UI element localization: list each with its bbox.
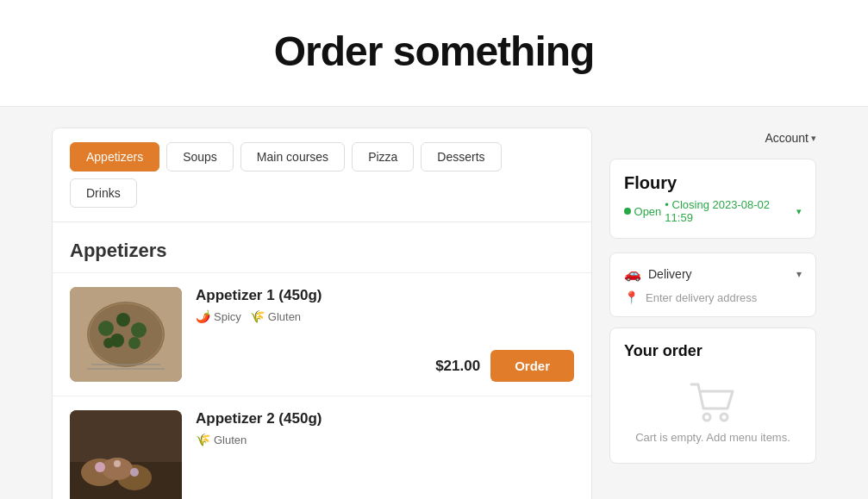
account-button[interactable]: Account ▾ — [609, 128, 816, 148]
spicy-icon: 🌶️ — [196, 309, 210, 323]
cart-empty-text: Cart is empty. Add menu items. — [635, 431, 790, 444]
price-order-row-1: $21.00 Order — [196, 350, 574, 382]
menu-item-2-details: Appetizer 2 (450g) 🌾 Gluten — [196, 410, 574, 499]
closing-time: • Closing 2023-08-02 11:59 — [665, 198, 793, 224]
tab-soups[interactable]: Soups — [166, 142, 234, 172]
svg-point-7 — [103, 338, 114, 348]
food-svg-2 — [70, 410, 182, 499]
menu-item-1-details: Appetizer 1 (450g) 🌶️ Spicy 🌾 Gluten $21… — [196, 287, 574, 382]
car-icon: 🚗 — [624, 265, 641, 282]
tag-gluten-2-label: Gluten — [214, 434, 247, 446]
side-panel: Account ▾ Floury Open • Closing 2023-08-… — [609, 128, 816, 499]
gluten-icon-1: 🌾 — [250, 309, 265, 323]
order-card: Your order Cart is empty. Add menu items… — [609, 327, 816, 464]
tag-gluten-1: 🌾 Gluten — [250, 309, 301, 323]
svg-point-19 — [703, 414, 710, 421]
restaurant-card: Floury Open • Closing 2023-08-02 11:59 ▾ — [609, 159, 816, 239]
tag-spicy: 🌶️ Spicy — [196, 309, 241, 323]
menu-item-1-tags: 🌶️ Spicy 🌾 Gluten — [196, 309, 574, 323]
tag-gluten-1-label: Gluten — [268, 310, 301, 323]
gluten-icon-2: 🌾 — [196, 433, 210, 446]
address-placeholder: Enter delivery address — [646, 291, 757, 304]
order-button-1[interactable]: Order — [490, 350, 574, 382]
tag-gluten-2: 🌾 Gluten — [196, 433, 247, 446]
svg-point-20 — [721, 414, 727, 421]
account-label: Account — [765, 131, 809, 145]
restaurant-name: Floury — [624, 173, 802, 193]
category-tabs: Appetizers Soups Main courses Pizza Dess… — [53, 128, 591, 222]
open-label: Open — [634, 205, 662, 218]
food-svg-1 — [70, 287, 182, 382]
page-title: Order something — [17, 28, 851, 75]
tab-main-courses[interactable]: Main courses — [240, 142, 345, 172]
menu-item-2: Appetizer 2 (450g) 🌾 Gluten — [53, 396, 591, 499]
svg-point-3 — [116, 313, 130, 327]
menu-item-1-image — [70, 287, 182, 382]
tab-drinks[interactable]: Drinks — [70, 178, 137, 208]
menu-item-2-tags: 🌾 Gluten — [196, 433, 574, 446]
menu-panel: Appetizers Soups Main courses Pizza Dess… — [52, 128, 592, 499]
page-header: Order something — [0, 0, 868, 107]
delivery-label: Delivery — [648, 267, 790, 281]
item-1-price: $21.00 — [435, 358, 480, 375]
cart-icon — [690, 383, 736, 422]
delivery-card: 🚗 Delivery ▾ 📍 Enter delivery address — [609, 253, 816, 317]
open-status: Open • Closing 2023-08-02 11:59 ▾ — [624, 198, 802, 224]
delivery-chevron-icon: ▾ — [796, 268, 802, 280]
order-title: Your order — [624, 342, 802, 360]
location-icon: 📍 — [624, 290, 639, 304]
delivery-row: 🚗 Delivery ▾ — [624, 265, 802, 282]
food-photo-2 — [70, 410, 182, 499]
menu-item-2-name: Appetizer 2 (450g) — [196, 410, 574, 427]
svg-point-4 — [131, 322, 147, 338]
main-layout: Appetizers Soups Main courses Pizza Dess… — [0, 107, 868, 499]
tab-desserts[interactable]: Desserts — [421, 142, 501, 172]
svg-point-6 — [128, 337, 141, 349]
open-dot-icon — [624, 208, 631, 215]
svg-point-2 — [98, 321, 114, 336]
status-chevron-icon: ▾ — [796, 206, 802, 217]
menu-item-2-image — [70, 410, 182, 499]
account-chevron-icon: ▾ — [811, 133, 816, 144]
address-row[interactable]: 📍 Enter delivery address — [624, 290, 802, 304]
svg-point-17 — [130, 468, 139, 477]
svg-point-1 — [87, 302, 165, 367]
svg-point-18 — [114, 460, 121, 467]
tab-pizza[interactable]: Pizza — [352, 142, 414, 172]
menu-item-1-name: Appetizer 1 (450g) — [196, 287, 574, 304]
tag-spicy-label: Spicy — [214, 310, 241, 323]
section-heading: Appetizers — [53, 222, 591, 272]
food-photo-1 — [70, 287, 182, 382]
cart-empty-state: Cart is empty. Add menu items. — [624, 374, 802, 449]
menu-item-1: Appetizer 1 (450g) 🌶️ Spicy 🌾 Gluten $21… — [53, 272, 591, 396]
svg-point-16 — [95, 462, 105, 472]
tab-appetizers[interactable]: Appetizers — [70, 142, 159, 172]
